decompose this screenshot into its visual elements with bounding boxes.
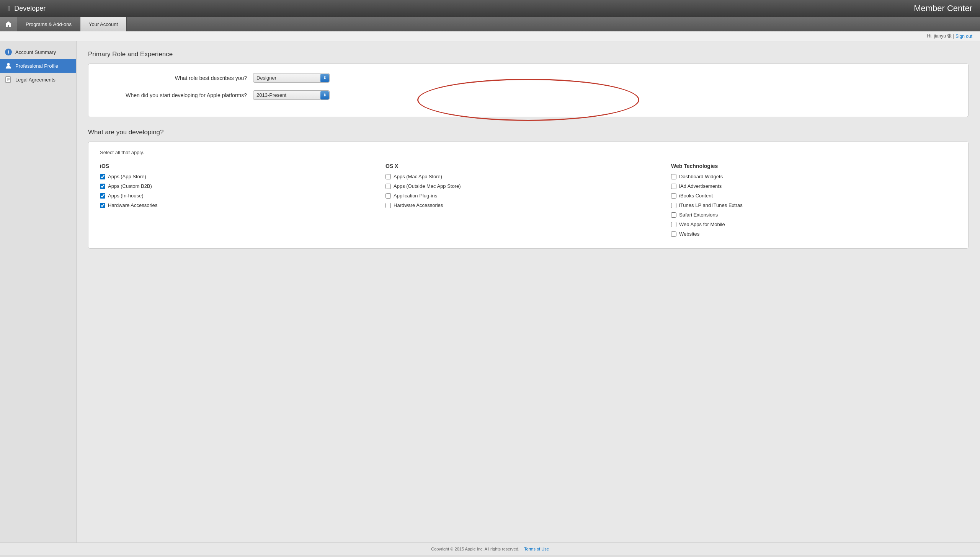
checkbox-web-apps-mobile: Web Apps for Mobile — [671, 221, 957, 227]
sidebar-item-account-summary[interactable]: i Account Summary — [0, 45, 76, 59]
top-bar:  Developer Member Center — [0, 0, 980, 17]
sidebar-label-professional-profile: Professional Profile — [15, 63, 58, 69]
checkbox-ios-hardware: Hardware Accessories — [100, 202, 385, 208]
checkbox-web-dashboard-input[interactable] — [671, 174, 676, 179]
member-center-label: Member Center — [914, 3, 972, 13]
checkbox-osx-hardware: Hardware Accessories — [385, 202, 671, 208]
checkbox-ios-hardware-input[interactable] — [100, 203, 105, 208]
sidebar-item-professional-profile[interactable]: Professional Profile — [0, 59, 76, 73]
sidebar-label-account-summary: Account Summary — [15, 49, 56, 55]
svg-point-0 — [7, 63, 10, 66]
checkbox-ios-apps-inhouse-input[interactable] — [100, 193, 105, 199]
experience-select[interactable]: 2013-Present 2010-2012 2007-2009 Before … — [253, 90, 330, 100]
role-question-label: What role best describes you? — [100, 75, 253, 81]
primary-role-card: What role best describes you? Designer D… — [88, 64, 969, 117]
checkbox-ios-apps-customb2b-input[interactable] — [100, 184, 105, 189]
checkbox-web-iad-input[interactable] — [671, 184, 676, 189]
osx-column: OS X Apps (Mac App Store) Apps (Outside … — [385, 163, 671, 241]
osx-column-header: OS X — [385, 163, 671, 169]
checkbox-osx-hardware-input[interactable] — [385, 203, 391, 208]
checkbox-ios-apps-appstore-input[interactable] — [100, 174, 105, 179]
developing-section-title: What are you developing? — [88, 129, 969, 136]
nav-tab-programs[interactable]: Programs & Add-ons — [17, 17, 80, 31]
home-icon — [5, 21, 11, 27]
checkbox-osx-plugins: Application Plug-ins — [385, 193, 671, 199]
main-layout: i Account Summary Professional Profile — [0, 41, 980, 542]
role-select[interactable]: Designer Developer Manager Other — [253, 73, 330, 83]
sidebar-label-legal-agreements: Legal Agreements — [15, 77, 56, 83]
footer-terms-link[interactable]: Terms of Use — [524, 547, 549, 551]
web-column: Web Technologies Dashboard Widgets iAd A… — [671, 163, 957, 241]
checkbox-osx-apps-outside: Apps (Outside Mac App Store) — [385, 183, 671, 189]
ios-column: iOS Apps (App Store) Apps (Custom B2B) A… — [100, 163, 385, 241]
checkbox-web-dashboard: Dashboard Widgets — [671, 174, 957, 179]
home-nav-button[interactable] — [0, 17, 17, 31]
checkbox-web-websites: Websites — [671, 231, 957, 237]
checkbox-web-safari-ext: Safari Extensions — [671, 212, 957, 218]
content-area: Primary Role and Experience What role be… — [77, 41, 980, 542]
doc-icon — [5, 76, 12, 83]
user-greeting: Hi, jianyu 张 | — [927, 33, 954, 39]
checkbox-osx-plugins-input[interactable] — [385, 193, 391, 199]
user-bar: Hi, jianyu 张 | Sign out — [0, 31, 980, 41]
checkbox-web-apps-mobile-input[interactable] — [671, 222, 676, 227]
nav-bar: Programs & Add-ons Your Account — [0, 17, 980, 31]
oval-annotation — [417, 79, 639, 121]
apple-logo-icon:  — [8, 5, 10, 12]
developing-card: Select all that apply. iOS Apps (App Sto… — [88, 142, 969, 249]
select-all-label: Select all that apply. — [100, 150, 957, 155]
experience-question-label: When did you start developing for Apple … — [100, 92, 253, 98]
web-column-header: Web Technologies — [671, 163, 957, 169]
checkbox-ios-apps-appstore: Apps (App Store) — [100, 174, 385, 179]
experience-form-row: When did you start developing for Apple … — [100, 90, 957, 100]
developing-section: What are you developing? Select all that… — [88, 129, 969, 249]
checkbox-osx-apps-macappstore-input[interactable] — [385, 174, 391, 179]
info-icon: i — [5, 48, 12, 56]
checkbox-ios-apps-inhouse: Apps (In-house) — [100, 193, 385, 199]
document-svg-icon — [5, 76, 11, 83]
checkbox-osx-apps-macappstore: Apps (Mac App Store) — [385, 174, 671, 179]
checkbox-ios-apps-customb2b: Apps (Custom B2B) — [100, 183, 385, 189]
footer: Copyright © 2015 Apple Inc. All rights r… — [0, 542, 980, 555]
nav-tab-your-account[interactable]: Your Account — [80, 17, 127, 31]
ios-column-header: iOS — [100, 163, 385, 169]
checkbox-web-websites-input[interactable] — [671, 231, 676, 237]
role-form-row: What role best describes you? Designer D… — [100, 73, 957, 83]
checkbox-web-itunes-lp: iTunes LP and iTunes Extras — [671, 202, 957, 208]
sidebar: i Account Summary Professional Profile — [0, 41, 77, 542]
checkbox-osx-apps-outside-input[interactable] — [385, 184, 391, 189]
developer-label: Developer — [14, 5, 46, 13]
primary-role-title: Primary Role and Experience — [88, 50, 969, 58]
sidebar-item-legal-agreements[interactable]: Legal Agreements — [0, 73, 76, 86]
person-icon — [5, 62, 12, 70]
signout-link[interactable]: Sign out — [956, 34, 972, 39]
person-svg-icon — [5, 62, 12, 69]
checkbox-columns: iOS Apps (App Store) Apps (Custom B2B) A… — [100, 163, 957, 241]
checkbox-web-itunes-lp-input[interactable] — [671, 203, 676, 208]
footer-copyright: Copyright © 2015 Apple Inc. All rights r… — [431, 547, 519, 551]
experience-select-wrapper: 2013-Present 2010-2012 2007-2009 Before … — [253, 90, 330, 100]
primary-role-section: Primary Role and Experience What role be… — [88, 50, 969, 117]
checkbox-web-safari-ext-input[interactable] — [671, 212, 676, 218]
checkbox-web-ibooks: iBooks Content — [671, 193, 957, 199]
role-select-wrapper: Designer Developer Manager Other — [253, 73, 330, 83]
app-branding:  Developer — [8, 5, 46, 13]
checkbox-web-iad: iAd Advertisements — [671, 183, 957, 189]
checkbox-web-ibooks-input[interactable] — [671, 193, 676, 199]
